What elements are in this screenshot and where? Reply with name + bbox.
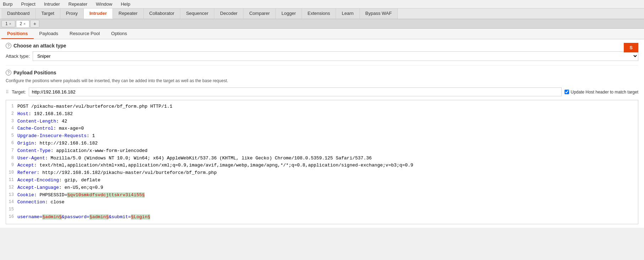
request-line-4: 4 Cache-Control: max-age=0 xyxy=(6,125,638,132)
instance-label-1: 1 xyxy=(5,21,8,26)
tab-dashboard[interactable]: Dashboard xyxy=(1,9,36,19)
add-instance-button[interactable]: + xyxy=(30,20,39,28)
menu-burp[interactable]: Burp xyxy=(1,1,14,7)
menu-project[interactable]: Project xyxy=(20,1,37,7)
update-host-checkbox[interactable] xyxy=(565,90,569,94)
target-input[interactable] xyxy=(29,87,562,96)
sub-tab-resource-pool[interactable]: Resource Pool xyxy=(64,29,105,39)
target-row: ⠿ Target: Update Host header to match ta… xyxy=(6,87,638,96)
tab-logger[interactable]: Logger xyxy=(276,9,302,19)
tab-extensions[interactable]: Extensions xyxy=(302,9,336,19)
attack-button-label: S xyxy=(629,45,633,50)
menu-help[interactable]: Help xyxy=(119,1,132,7)
request-line-9: 9 Accept: text/html,application/xhtml+xm… xyxy=(6,162,638,169)
update-host-label[interactable]: Update Host header to match target xyxy=(565,90,638,95)
start-attack-button[interactable]: S xyxy=(624,43,638,52)
tab-decoder[interactable]: Decoder xyxy=(214,9,243,19)
sub-tabs: Positions Payloads Resource Pool Options xyxy=(0,29,644,39)
drag-handle-icon[interactable]: ⠿ xyxy=(6,90,9,95)
request-line-13: 13 Cookie: PHPSESSID=§qv10smkdfsvdcjttsk… xyxy=(6,192,638,199)
request-line-1: 1 POST /pikachu-master/vul/burteforce/bf… xyxy=(6,103,638,111)
tab-sequencer[interactable]: Sequencer xyxy=(180,9,214,19)
tab-instances-row: 1 × 2 × + xyxy=(0,19,644,29)
sub-tab-positions[interactable]: Positions xyxy=(1,29,34,39)
instance-tab-2[interactable]: 2 × xyxy=(16,20,30,27)
main-content: S ? Choose an attack type Attack type: S… xyxy=(0,39,644,228)
request-line-2: 2 Host: 192.168.16.182 xyxy=(6,111,638,118)
payload-positions-description: Configure the positions where payloads w… xyxy=(6,78,638,83)
instance-tab-1[interactable]: 1 × xyxy=(1,20,15,27)
tab-intruder[interactable]: Intruder xyxy=(84,9,113,19)
tab-bypass-waf[interactable]: Bypass WAF xyxy=(360,9,398,19)
tab-learn[interactable]: Learn xyxy=(336,9,359,19)
request-line-5: 5 Upgrade-Insecure-Requests: 1 xyxy=(6,132,638,140)
attack-type-label: Attack type: xyxy=(6,53,30,59)
menubar: Burp Project Intruder Repeater Window He… xyxy=(0,0,644,9)
request-line-16: 16 username=§admin§&password=§admin§&sub… xyxy=(6,214,638,221)
instance-label-2: 2 xyxy=(20,21,22,26)
update-host-text: Update Host header to match target xyxy=(571,90,638,95)
request-line-14: 14 Connection: close xyxy=(6,199,638,206)
payload-positions-section: ? Payload Positions Configure the positi… xyxy=(6,70,638,224)
request-line-8: 8 User-Agent: Mozilla/5.0 (Windows NT 10… xyxy=(6,155,638,162)
instance-close-2[interactable]: × xyxy=(23,22,26,26)
menu-window[interactable]: Window xyxy=(94,1,114,7)
tab-collaborator[interactable]: Collaborator xyxy=(144,9,181,19)
target-label: Target: xyxy=(12,89,26,95)
request-line-7: 7 Content-Type: application/x-www-form-u… xyxy=(6,147,638,155)
instance-close-1[interactable]: × xyxy=(9,22,11,26)
menu-intruder[interactable]: Intruder xyxy=(43,1,61,7)
sub-tab-payloads[interactable]: Payloads xyxy=(34,29,64,39)
attack-type-header: ? Choose an attack type xyxy=(6,43,638,49)
request-line-3: 3 Content-Length: 42 xyxy=(6,118,638,125)
attack-type-row: Attack type: Sniper Battering ram Pitchf… xyxy=(6,51,638,66)
tab-proxy[interactable]: Proxy xyxy=(60,9,84,19)
tab-comparer[interactable]: Comparer xyxy=(243,9,276,19)
main-nav: Dashboard Target Proxy Intruder Repeater… xyxy=(0,9,644,19)
attack-type-title: Choose an attack type xyxy=(13,43,66,49)
request-line-12: 12 Accept-Language: en-US,en;q=0.9 xyxy=(6,184,638,192)
request-line-10: 10 Referer: http://192.168.16.182/pikach… xyxy=(6,169,638,177)
request-line-11: 11 Accept-Encoding: gzip, deflate xyxy=(6,177,638,184)
attack-type-help-icon[interactable]: ? xyxy=(6,43,11,49)
request-display[interactable]: 1 POST /pikachu-master/vul/burteforce/bf… xyxy=(6,100,638,224)
menu-repeater[interactable]: Repeater xyxy=(67,1,89,7)
attack-type-select[interactable]: Sniper Battering ram Pitchfork Cluster b… xyxy=(33,51,638,61)
tab-target[interactable]: Target xyxy=(36,9,60,19)
request-line-15: 15 xyxy=(6,206,638,214)
payload-positions-header: ? Payload Positions xyxy=(6,70,638,75)
attack-type-section: S ? Choose an attack type Attack type: S… xyxy=(6,43,638,66)
tab-repeater[interactable]: Repeater xyxy=(113,9,143,19)
request-line-6: 6 Origin: http://192.168.16.182 xyxy=(6,140,638,147)
payload-positions-title: Payload Positions xyxy=(13,70,56,75)
sub-tab-options[interactable]: Options xyxy=(105,29,133,39)
payload-positions-help-icon[interactable]: ? xyxy=(6,70,11,75)
